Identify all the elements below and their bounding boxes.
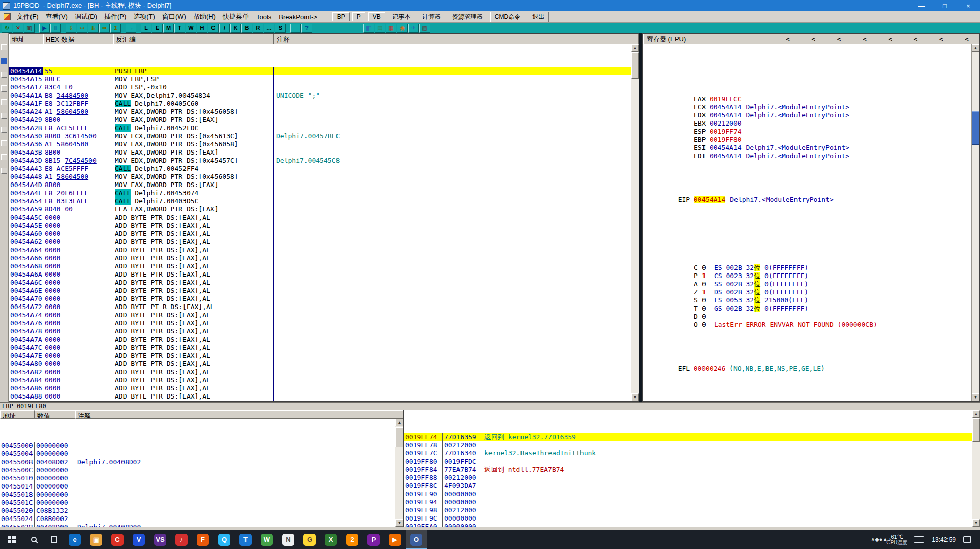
dump-row[interactable]: 00455010 00000000 (0, 474, 395, 482)
toolbar-button[interactable]: ? (301, 24, 312, 33)
disasm-row[interactable]: 00454A6E 0000 ADD BYTE PTR DS:[EAX],AL (9, 287, 631, 295)
tray-icon[interactable]: ◆ (875, 536, 879, 542)
stack-row[interactable]: 0019FF90 00000000 (404, 490, 972, 498)
toolbar-button[interactable]: ▶ (39, 24, 50, 33)
stack-row[interactable]: 0019FF7C 77D16340 kernel32.BaseThreadIni… (404, 449, 972, 458)
toolbar-button[interactable]: ↦ (77, 24, 87, 33)
disasm-row[interactable]: 00454A2B E8 ACE5FFFF CALL Delphi7.00452F… (9, 124, 631, 132)
disasm-row[interactable]: 00454A17 83C4 F0 ADD ESP,-0x10 (9, 83, 631, 92)
toolbar-button[interactable]: H (197, 24, 207, 33)
toolbar-button[interactable]: ✈ (408, 24, 419, 33)
disasm-row[interactable]: 00454A6A 0000 ADD BYTE PTR DS:[EAX],AL (9, 270, 631, 279)
toolbar-button[interactable]: E (152, 24, 163, 33)
quick-button[interactable]: 退出 (528, 12, 549, 22)
quick-button[interactable]: 计算器 (418, 12, 445, 22)
maximize-button[interactable]: □ (933, 0, 957, 11)
disasm-row[interactable]: 00454A1A B8 34484500 MOV EAX,Delphi7.004… (9, 92, 631, 100)
side-toolbar-button-active[interactable] (1, 58, 7, 64)
dump-row[interactable]: 00455020 C08B1332 (0, 507, 395, 515)
stack-row[interactable]: 0019FF98 00212000 (404, 506, 972, 514)
side-toolbar-button[interactable] (1, 85, 7, 92)
disasm-row[interactable]: 00454A3B 8B00 MOV EAX,DWORD PTR DS:[EAX] (9, 148, 631, 157)
disasm-row[interactable]: 00454A3D 8B15 7C454500 MOV EDX,DWORD PTR… (9, 157, 631, 165)
toolbar-button[interactable]: W (186, 24, 196, 33)
toolbar-button[interactable]: ⇊ (88, 24, 99, 33)
disasm-row[interactable]: 00454A88 0000 ADD BYTE PTR DS:[EAX],AL (9, 392, 631, 401)
disasm-row[interactable]: 00454A6C 0000 ADD BYTE PTR DS:[EAX],AL (9, 279, 631, 287)
toolbar-button[interactable]: → (126, 24, 136, 33)
dump-row[interactable]: 00455004 00000000 (0, 450, 395, 458)
disasm-row[interactable]: 00454A29 8B00 MOV EAX,DWORD PTR DS:[EAX] (9, 116, 631, 124)
toolbar-button[interactable]: ↥ (110, 24, 121, 33)
menu-item[interactable]: 查看(V) (42, 11, 71, 22)
disasm-row[interactable]: 00454A59 8D40 00 LEA EAX,DWORD PTR DS:[E… (9, 205, 631, 214)
menu-item[interactable]: 调试(D) (71, 11, 101, 22)
disasm-row[interactable]: 00454A1F E8 3C12FBFF CALL Delphi7.00405C… (9, 100, 631, 108)
quick-button[interactable]: BP (332, 12, 350, 21)
scroll-up-icon[interactable]: ▲ (395, 419, 403, 426)
scrollbar-thumb[interactable] (972, 111, 979, 145)
dump-row[interactable]: 0045501C 00000000 (0, 499, 395, 507)
disasm-row[interactable]: 00454A36 A1 58604500 MOV EAX,DWORD PTR D… (9, 140, 631, 148)
disasm-row[interactable]: 00454A84 0000 ADD BYTE PTR DS:[EAX],AL (9, 376, 631, 384)
stack-row[interactable]: 0019FF78 00212000 (404, 441, 972, 449)
disasm-row[interactable]: 00454A70 0000 ADD BYTE PTR DS:[EAX],AL (9, 295, 631, 303)
disasm-row[interactable]: 00454A60 0000 ADD BYTE PTR DS:[EAX],AL (9, 230, 631, 238)
menu-item[interactable]: 选项(T) (130, 11, 159, 22)
minimize-button[interactable]: — (910, 0, 933, 11)
toolbar-button[interactable]: R (253, 24, 263, 33)
taskbar-app-button[interactable]: V (128, 530, 149, 549)
toolbar-button[interactable]: B (241, 24, 252, 33)
toolbar-button[interactable]: ▣ (24, 24, 35, 33)
collapse-arrow-icon[interactable]: < (939, 35, 943, 43)
collapse-arrow-icon[interactable]: < (965, 35, 969, 43)
collapse-arrow-icon[interactable]: < (888, 35, 892, 43)
disasm-row[interactable]: 00454A86 0000 ADD BYTE PTR DS:[EAX],AL (9, 384, 631, 392)
menu-item[interactable]: 窗口(W) (159, 11, 190, 22)
collapse-arrow-icon[interactable]: < (837, 35, 841, 43)
disasm-row[interactable]: 00454A4F E8 20E6FFFF CALL Delphi7.004530… (9, 189, 631, 197)
stack-row[interactable]: 0019FF8C 4F093DA7 (404, 482, 972, 490)
disasm-row[interactable]: 00454A43 E8 ACE5FFFF CALL Delphi7.00452F… (9, 165, 631, 173)
taskbar-app-button[interactable]: e (64, 530, 85, 549)
quick-button[interactable]: P (352, 12, 365, 21)
disasm-row[interactable]: 00454A14 55 PUSH EBP (9, 67, 631, 75)
disasm-row[interactable]: 00454A4D 8B00 MOV EAX,DWORD PTR DS:[EAX] (9, 181, 631, 189)
disasm-row[interactable]: 00454A5C 0000 ADD BYTE PTR DS:[EAX],AL (9, 214, 631, 222)
scroll-down-icon[interactable]: ▼ (631, 393, 639, 401)
side-toolbar-button[interactable] (1, 99, 7, 105)
toolbar-button[interactable]: ‖ (50, 24, 61, 33)
taskbar-app-button[interactable]: 2 (342, 530, 363, 549)
toolbar-button[interactable]: ✕ (13, 24, 23, 33)
stack-row[interactable]: 0019FF94 00000000 (404, 498, 972, 506)
side-toolbar-button[interactable] (1, 72, 7, 78)
menu-item[interactable]: BreakPoint-> (275, 12, 321, 22)
toolbar-button[interactable]: T (174, 24, 185, 33)
side-toolbar-button[interactable] (1, 154, 7, 160)
collapse-arrow-icon[interactable]: < (863, 35, 867, 43)
collapse-arrow-icon[interactable]: < (811, 35, 815, 43)
taskbar-app-button[interactable]: ♪ (171, 530, 192, 549)
toolbar-button[interactable]: / (219, 24, 230, 33)
toolbar-button[interactable]: ◉ (397, 24, 408, 33)
dump-row[interactable]: 0045500C 00000000 (0, 466, 395, 474)
eflags-row[interactable]: EFL00000246 (NO,NB,E,BE,NS,PE,GE,LE) (646, 356, 971, 364)
quick-button[interactable]: VB (368, 12, 385, 21)
disasm-row[interactable]: 00454A5E 0000 ADD BYTE PTR DS:[EAX],AL (9, 222, 631, 230)
disasm-row[interactable]: 00454A48 A1 58604500 MOV EAX,DWORD PTR D… (9, 173, 631, 181)
dump-row[interactable]: 00455000 00000000 (0, 442, 395, 450)
disasm-row[interactable]: 00454A76 0000 ADD BYTE PTR DS:[EAX],AL (9, 319, 631, 327)
disasm-row[interactable]: 00454A74 0000 ADD BYTE PTR DS:[EAX],AL (9, 311, 631, 319)
dump-row[interactable]: 00455018 00000000 (0, 491, 395, 499)
toolbar-button[interactable]: K (230, 24, 241, 33)
side-toolbar-button[interactable] (1, 140, 7, 146)
taskbar-app-button[interactable]: P (363, 530, 384, 549)
child-window-icon[interactable] (4, 13, 11, 20)
disasm-row[interactable]: 00454A54 E8 03F3FAFF CALL Delphi7.00403D… (9, 197, 631, 205)
stack-row[interactable]: 0019FF9C 00000000 (404, 514, 972, 523)
stack-row[interactable]: 0019FF80 0019FFDC (404, 458, 972, 466)
stack-row[interactable]: 0019FF88 00212000 (404, 474, 972, 482)
collapse-arrow-icon[interactable]: < (913, 35, 917, 43)
menu-item[interactable]: Tools (253, 12, 275, 22)
scrollbar-thumb[interactable] (631, 52, 639, 79)
